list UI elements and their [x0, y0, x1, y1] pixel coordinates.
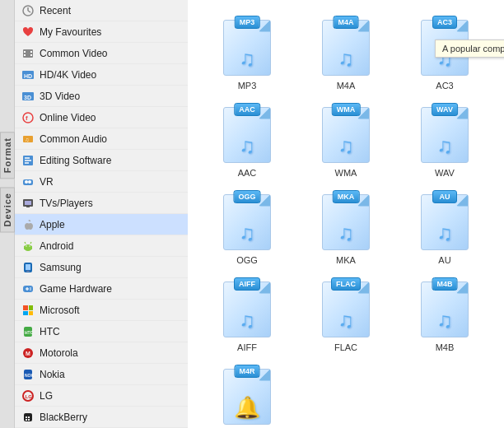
sidebar-item-common-video[interactable]: Common Video [15, 43, 188, 64]
sidebar-item-label-blackberry: BlackBerry [40, 412, 87, 423]
svg-rect-41 [29, 305, 33, 310]
svg-point-29 [29, 245, 30, 246]
format-label-m4a: M4A [337, 81, 356, 91]
sidebar-item-htc[interactable]: HTCHTC [15, 321, 188, 342]
format-note-au: ♫ [436, 221, 453, 246]
svg-rect-3 [23, 49, 33, 58]
format-label-mka: MKA [336, 255, 356, 265]
format-item-m4a[interactable]: M4A ♫ M4A [298, 12, 394, 95]
sidebar-item-label-nokia: Nokia [40, 369, 65, 380]
left-tabs: Format Device [0, 0, 15, 428]
svg-rect-42 [23, 311, 28, 315]
svg-text:M: M [26, 351, 30, 356]
format-badge-mka: MKA [333, 190, 360, 203]
sidebar-item-label-samsung: Samsung [40, 262, 82, 273]
format-icon-m4r: M4R 🔔 [218, 365, 276, 427]
format-item-wma[interactable]: WMA ♫ WMA [298, 99, 394, 183]
format-icon-wav: WAV ♫ [416, 104, 474, 165]
sidebar-item-recent[interactable]: Recent [15, 0, 188, 21]
svg-rect-20 [23, 179, 33, 185]
format-note-flac: ♫ [338, 308, 354, 333]
format-label-mp3: MP3 [238, 81, 257, 91]
format-label-m4b: M4B [436, 342, 455, 352]
sidebar-item-hd-4k-video[interactable]: HDHD/4K Video [15, 64, 188, 86]
format-item-m4b[interactable]: M4B ♫ M4B [397, 273, 492, 357]
format-item-au[interactable]: AU ♫ AU [397, 186, 492, 270]
format-badge-ogg: OGG [233, 190, 260, 203]
sidebar-item-lg[interactable]: LGLG [15, 385, 188, 407]
sidebar-item-nokia[interactable]: NOKNokia [15, 364, 188, 385]
svg-line-30 [25, 242, 26, 244]
hd-4k-video-icon: HD [21, 68, 35, 81]
format-label-wav: WAV [435, 168, 455, 178]
sidebar-item-label-game-hardware: Game Hardware [40, 283, 112, 295]
format-badge-aac: AAC [234, 103, 260, 116]
svg-rect-4 [24, 51, 26, 53]
sidebar-item-online-video[interactable]: fOnline Video [15, 107, 188, 128]
tvs-players-icon [21, 197, 35, 210]
svg-text:HD: HD [24, 73, 32, 79]
format-item-mp3[interactable]: MP3 ♫ MP3 [199, 12, 295, 95]
sidebar-item-microsoft[interactable]: Microsoft [15, 300, 188, 321]
sidebar-item-my-favourites[interactable]: My Favourites [15, 21, 188, 43]
format-note-ogg: ♫ [239, 221, 255, 246]
format-badge-au: AU [432, 190, 457, 203]
sidebar-item-samsung[interactable]: Samsung [15, 257, 188, 278]
sidebar-item-vr[interactable]: VR [15, 171, 188, 193]
common-audio-icon: ♫ [21, 133, 35, 146]
sidebar-item-motorola[interactable]: MMotorola [15, 342, 188, 364]
sidebar-item-label-my-favourites: My Favourites [40, 26, 101, 38]
vr-icon [21, 175, 35, 188]
sidebar-item-game-hardware[interactable]: Game Hardware [15, 278, 188, 300]
sidebar-item-label-hd-4k-video: HD/4K Video [40, 69, 96, 81]
sidebar-item-label-apple: Apple [40, 219, 65, 230]
device-tab[interactable]: Device [0, 187, 15, 232]
tooltip-text: A popular compression format used for au… [442, 44, 504, 54]
sidebar-item-tvs-players[interactable]: TVs/Players [15, 193, 188, 214]
format-note-wma: ♫ [338, 133, 354, 159]
sidebar-item-blackberry[interactable]: BlackBerry [15, 407, 188, 428]
format-badge-wma: WMA [332, 103, 361, 116]
format-item-m4r[interactable]: M4R 🔔 M4R [199, 361, 295, 428]
format-label-aiff: AIFF [237, 342, 257, 352]
format-note-wav: ♫ [436, 133, 453, 159]
sidebar-item-android[interactable]: Android [15, 235, 188, 257]
format-item-flac[interactable]: FLAC ♫ FLAC [298, 273, 394, 357]
3d-video-icon: 3D [21, 90, 35, 103]
format-label-aac: AAC [238, 168, 257, 178]
svg-text:HTC: HTC [25, 330, 34, 335]
sidebar-item-editing-software[interactable]: Editing Software [15, 150, 188, 171]
svg-point-38 [30, 287, 31, 289]
sidebar-item-common-audio[interactable]: ♫Common Audio [15, 128, 188, 150]
svg-text:f: f [26, 114, 28, 122]
format-item-mka[interactable]: MKA ♫ MKA [298, 186, 394, 270]
game-hardware-icon [21, 282, 35, 295]
svg-rect-27 [24, 246, 32, 249]
format-item-wav[interactable]: WAV ♫ WAV [397, 99, 492, 183]
format-icon-flac: FLAC ♫ [317, 278, 375, 340]
sidebar-item-label-vr: VR [40, 176, 54, 188]
format-tab[interactable]: Format [0, 132, 15, 179]
sidebar-item-label-lg: LG [40, 390, 53, 402]
android-icon [21, 240, 35, 253]
sidebar-item-label-editing-software: Editing Software [40, 155, 111, 166]
format-badge-m4r: M4R [234, 365, 259, 378]
format-item-aiff[interactable]: AIFF ♫ AIFF [199, 273, 295, 357]
sidebar-item-label-android: Android [40, 240, 73, 252]
format-note-m4r: 🔔 [234, 395, 260, 421]
format-item-aac[interactable]: AAC ♫ AAC [199, 99, 295, 183]
recent-icon [21, 4, 35, 17]
sidebar-item-3d-video[interactable]: 3D3D Video [15, 86, 188, 107]
svg-text:3D: 3D [24, 95, 31, 100]
svg-rect-40 [23, 305, 28, 310]
sidebar-item-apple[interactable]: Apple [15, 214, 188, 235]
format-item-ogg[interactable]: OGG ♫ OGG [199, 186, 295, 270]
online-video-icon: f [21, 111, 35, 124]
format-icon-mka: MKA ♫ [317, 191, 375, 253]
format-badge-m4a: M4A [333, 16, 358, 29]
format-note-aiff: ♫ [239, 308, 255, 333]
sidebar-item-label-motorola: Motorola [40, 347, 78, 359]
svg-rect-56 [28, 419, 30, 421]
format-badge-wav: WAV [432, 103, 458, 116]
svg-rect-55 [26, 419, 27, 421]
